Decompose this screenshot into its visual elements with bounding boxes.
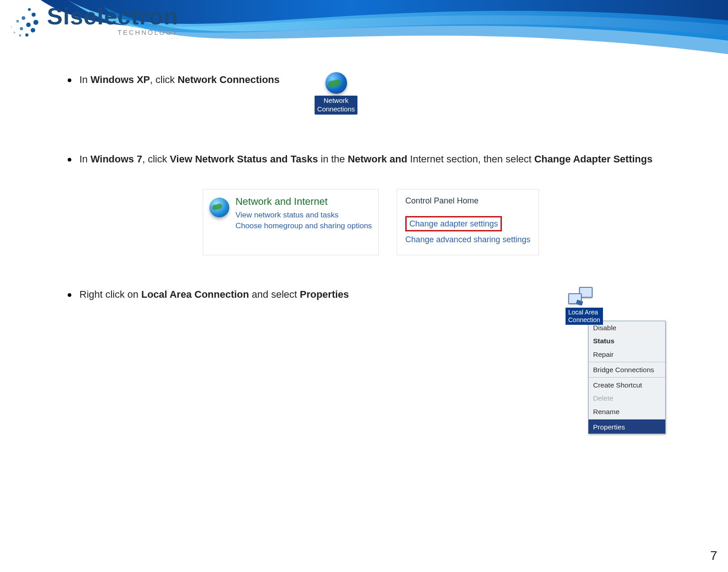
brand-logo: Siselectron TECHNOLOGY ····· bbox=[8, 5, 178, 41]
bullet-xp: In Windows XP, click Network Connections bbox=[68, 72, 280, 87]
context-menu-item-repair[interactable]: Repair bbox=[589, 348, 665, 361]
bullet-properties-text: Right click on Local Area Connection and… bbox=[79, 287, 529, 302]
context-menu-item-delete: Delete bbox=[589, 392, 665, 405]
bullet-properties: Right click on Local Area Connection and… bbox=[68, 287, 529, 302]
context-menu-item-properties[interactable]: Properties bbox=[589, 419, 665, 434]
view-network-status-link[interactable]: View network status and tasks bbox=[236, 210, 372, 221]
globe-icon bbox=[209, 198, 229, 217]
logo-mark bbox=[8, 6, 41, 39]
globe-icon bbox=[325, 72, 347, 94]
local-area-connection-block: Local Area Connection DisableStatusRepai… bbox=[566, 287, 674, 434]
bullet-dot bbox=[68, 158, 71, 161]
context-menu: DisableStatusRepairBridge ConnectionsCre… bbox=[588, 321, 666, 434]
context-menu-item-disable[interactable]: Disable bbox=[589, 321, 665, 334]
brand-subtitle-dots: ····· bbox=[47, 36, 178, 41]
bullet-win7: In Windows 7, click View Network Status … bbox=[68, 152, 674, 166]
win7-panels: Network and Internet View network status… bbox=[68, 189, 674, 256]
change-adapter-settings-link[interactable]: Change adapter settings bbox=[405, 216, 502, 231]
bullet-dot bbox=[68, 78, 71, 82]
brand-subtitle: TECHNOLOGY bbox=[47, 29, 178, 36]
change-advanced-sharing-link[interactable]: Change advanced sharing settings bbox=[405, 234, 530, 245]
page-body: In Windows XP, click Network Connections… bbox=[0, 59, 728, 452]
choose-homegroup-link[interactable]: Choose homegroup and sharing options bbox=[236, 221, 372, 231]
network-connections-label: Network Connections bbox=[315, 96, 357, 115]
context-menu-item-create-shortcut[interactable]: Create Shortcut bbox=[589, 377, 665, 392]
network-connections-icon[interactable]: Network Connections bbox=[311, 72, 361, 115]
bullet-xp-text: In Windows XP, click Network Connections bbox=[79, 72, 280, 87]
control-panel-sidebar: Control Panel Home Change adapter settin… bbox=[397, 189, 539, 256]
page-header: Siselectron TECHNOLOGY ····· bbox=[0, 0, 728, 59]
brand-name: Siselectron bbox=[47, 5, 178, 28]
network-internet-panel: Network and Internet View network status… bbox=[203, 189, 379, 256]
context-menu-item-status[interactable]: Status bbox=[589, 334, 665, 347]
page-number: 7 bbox=[710, 549, 717, 563]
network-internet-heading[interactable]: Network and Internet bbox=[236, 194, 372, 209]
control-panel-home-label: Control Panel Home bbox=[405, 195, 530, 207]
context-menu-item-rename[interactable]: Rename bbox=[589, 405, 665, 418]
context-menu-item-bridge-connections[interactable]: Bridge Connections bbox=[589, 362, 665, 376]
bullet-win7-text: In Windows 7, click View Network Status … bbox=[79, 152, 674, 166]
bullet-dot bbox=[68, 293, 71, 297]
lac-icon[interactable] bbox=[568, 287, 594, 306]
